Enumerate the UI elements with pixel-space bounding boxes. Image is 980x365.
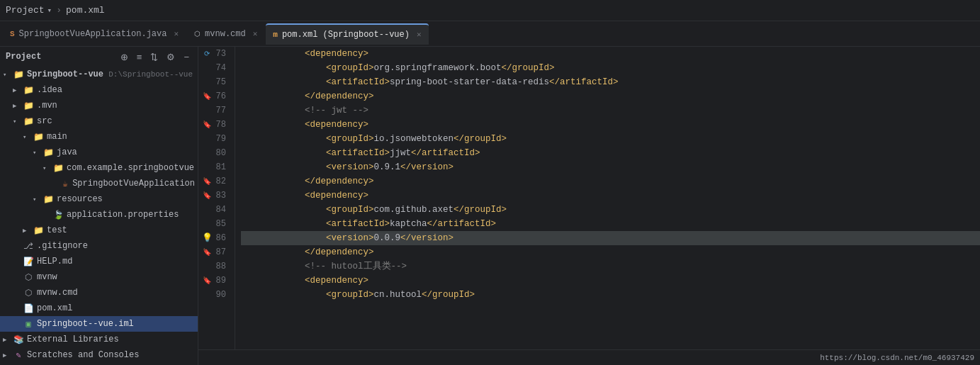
line-num-73: 73: [216, 47, 226, 61]
tab-mvnw-label: mvnw.cmd: [205, 29, 246, 39]
close-tab-mvnw[interactable]: ✕: [253, 29, 258, 38]
hide-button[interactable]: −: [181, 50, 192, 64]
mvnwcmd-file-icon: ⬡: [23, 288, 34, 298]
expand-arrow-icon: ▾: [13, 118, 20, 125]
pom-file-icon: 📄: [23, 303, 34, 314]
tree-item[interactable]: ▶ 📚 External Libraries: [0, 332, 198, 347]
code-line-73: <dependency>: [241, 47, 980, 61]
mvnw-tab-icon: ⬡: [194, 30, 201, 38]
tree-label: .idea: [37, 85, 62, 95]
expand-arrow-icon: ▶: [13, 86, 20, 94]
tree-item[interactable]: ▾ 📁 main: [0, 129, 198, 145]
tree-item[interactable]: ▾ 📁 java: [0, 145, 198, 160]
tree-item[interactable]: ⬡ mvnw.cmd: [0, 285, 198, 301]
java-file-icon: ☕: [61, 179, 69, 189]
tree-item[interactable]: 🍃 application.properties: [0, 207, 198, 223]
close-tab-pom[interactable]: ✕: [417, 30, 422, 39]
tree-item[interactable]: ▶ 📁 test: [0, 223, 198, 238]
tree-item[interactable]: ▾ 📁 com.example.springbootvue: [0, 160, 198, 176]
tree-item[interactable]: ▾ 📁 resources: [0, 191, 198, 207]
tree-label: application.properties: [67, 210, 179, 220]
warning-marker-86: 💡: [202, 231, 212, 245]
code-line-80: <artifactId>jjwt</artifactId>: [241, 146, 980, 160]
tree-label: pom.xml: [37, 303, 72, 313]
folder-icon: 📁: [23, 85, 34, 96]
tree-label: mvnw: [37, 272, 57, 282]
gutter-line-90: 90: [198, 288, 229, 302]
mvnw-file-icon: ⬡: [23, 272, 34, 283]
tree-item[interactable]: ▶ ✎ Scratches and Consoles: [0, 347, 198, 363]
breadcrumb-separator: ›: [56, 5, 62, 16]
bookmark-marker-76: 🔖: [202, 89, 212, 104]
line-num-89: 89: [216, 274, 226, 288]
iml-file-icon: ▣: [23, 319, 34, 330]
settings-button[interactable]: ⚙: [164, 50, 178, 64]
code-line-90: <groupId>cn.hutool</groupId>: [241, 288, 980, 302]
status-url: https://blog.csdn.net/m0_46937429: [820, 354, 974, 362]
project-label[interactable]: Project: [6, 5, 45, 16]
close-tab-java[interactable]: ✕: [174, 29, 179, 38]
code-line-76: </dependency>: [241, 89, 980, 103]
folder-icon: 📁: [23, 116, 34, 127]
tree-item[interactable]: ⎇ .gitignore: [0, 238, 198, 254]
sidebar[interactable]: Project ⊕ ≡ ⇅ ⚙ − ▾ 📁 Springboot--vue D:…: [0, 47, 198, 365]
top-bar: Project ▾ › pom.xml: [0, 0, 980, 21]
line-num-76: 76: [216, 89, 226, 103]
tree-item[interactable]: ▾ 📁 Springboot--vue D:\Springboot--vue: [0, 67, 198, 82]
project-header-label: Project: [6, 52, 41, 62]
tab-mvnw[interactable]: ⬡ mvnw.cmd ✕: [187, 23, 264, 45]
line-num-79: 79: [216, 132, 226, 146]
gutter-line-89: 🔖 89: [198, 274, 229, 288]
expand-arrow-icon: ▶: [3, 352, 10, 359]
gutter-line-73: ⟳ 73: [198, 47, 229, 61]
tree-item[interactable]: ▣ Springboot--vue.iml: [0, 316, 198, 332]
sidebar-toolbar: ⊕ ≡ ⇅ ⚙ −: [118, 50, 192, 64]
bookmark-marker-83: 🔖: [202, 189, 212, 203]
tree-item[interactable]: ▶ 📁 .mvn: [0, 98, 198, 113]
code-line-79: <groupId>io.jsonwebtoken</groupId>: [241, 132, 980, 146]
expand-arrow-icon: ▾: [3, 71, 10, 79]
code-line-75: <artifactId>spring-boot-starter-data-red…: [241, 75, 980, 89]
tree-item[interactable]: ☕ SpringbootVueApplication: [0, 176, 198, 191]
status-bar: https://blog.csdn.net/m0_46937429: [198, 349, 980, 365]
tree-label: SpringbootVueApplication: [72, 179, 195, 189]
tree-item[interactable]: 📄 pom.xml: [0, 301, 198, 316]
gutter-line-85: 85: [198, 217, 229, 231]
tab-pom-label: pom.xml (Springboot--vue): [282, 30, 410, 40]
props-file-icon: 🍃: [52, 210, 64, 220]
line-num-90: 90: [216, 288, 226, 302]
sort-button[interactable]: ⇅: [147, 50, 161, 64]
add-button[interactable]: ⊕: [118, 50, 131, 64]
expand-arrow-icon: ▾: [23, 133, 30, 141]
scratches-label: Scratches and Consoles: [27, 350, 139, 360]
code-line-85: <artifactId>kaptcha</artifactId>: [241, 217, 980, 231]
scratches-icon: ✎: [13, 350, 24, 361]
gutter-line-77: 77: [198, 103, 229, 118]
gutter-line-83: 🔖 83: [198, 189, 229, 203]
expand-arrow-icon: ▶: [13, 102, 20, 110]
code-lines[interactable]: <dependency> <groupId>org.springframewor…: [235, 47, 980, 349]
folder-icon: 📁: [33, 225, 44, 236]
tree-item[interactable]: ▶ 📁 .idea: [0, 82, 198, 98]
tree-item[interactable]: ▾ 📁 src: [0, 113, 198, 129]
gutter-line-78: 🔖 78: [198, 118, 229, 132]
line-num-83: 83: [216, 189, 226, 203]
expand-arrow-icon: ▾: [33, 149, 40, 157]
dropdown-arrow-icon: ▾: [47, 6, 52, 15]
tab-java[interactable]: S SpringbootVueApplication.java ✕: [3, 23, 186, 45]
expand-arrow-icon: ▶: [23, 227, 30, 235]
tree-item[interactable]: ⬡ mvnw: [0, 269, 198, 285]
tab-pom[interactable]: m pom.xml (Springboot--vue) ✕: [266, 23, 428, 45]
code-line-74: <groupId>org.springframework.boot</group…: [241, 61, 980, 75]
git-file-icon: ⎇: [23, 241, 34, 252]
tree-item[interactable]: 📝 HELP.md: [0, 254, 198, 269]
expand-arrow-icon: ▾: [43, 164, 50, 172]
breadcrumb-file: pom.xml: [66, 5, 105, 16]
tree-label: HELP.md: [37, 257, 72, 266]
list-button[interactable]: ≡: [134, 50, 145, 64]
editor-area: ⟳ 73 74 75 🔖 76 77: [198, 47, 980, 365]
main-layout: Project ⊕ ≡ ⇅ ⚙ − ▾ 📁 Springboot--vue D:…: [0, 47, 980, 365]
gutter-line-75: 75: [198, 75, 229, 89]
line-num-87: 87: [216, 245, 226, 259]
tree-label: main: [47, 132, 67, 142]
